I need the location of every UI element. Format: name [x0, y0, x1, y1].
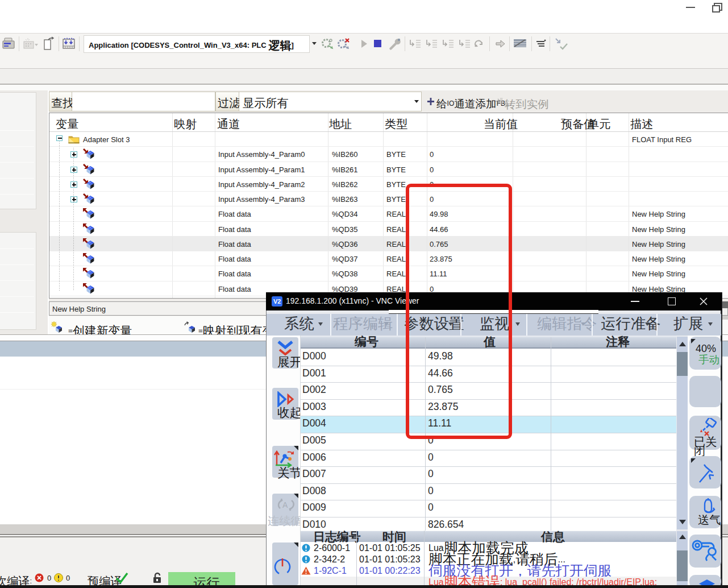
svg-text:A: A — [282, 500, 288, 510]
